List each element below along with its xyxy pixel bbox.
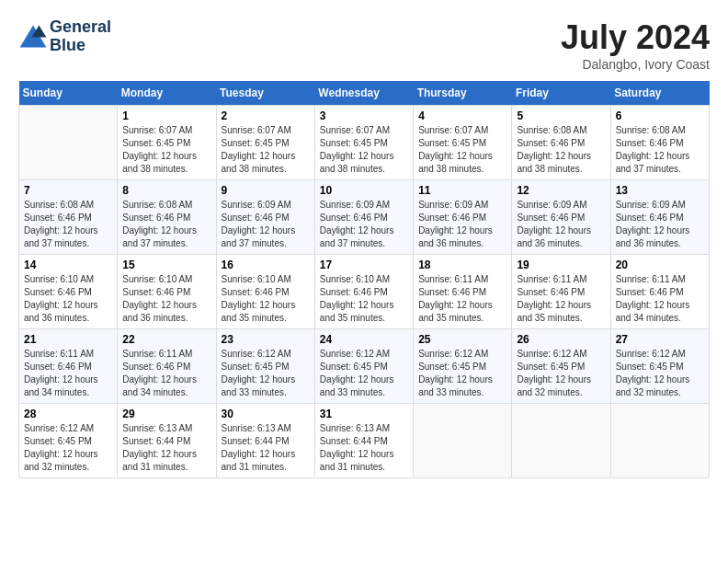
calendar-cell: 4Sunrise: 6:07 AM Sunset: 6:45 PM Daylig… bbox=[414, 106, 512, 180]
day-number: 21 bbox=[24, 333, 112, 346]
calendar-cell: 9Sunrise: 6:09 AM Sunset: 6:46 PM Daylig… bbox=[216, 180, 314, 255]
day-info: Sunrise: 6:12 AM Sunset: 6:45 PM Dayligh… bbox=[320, 348, 408, 399]
day-number: 6 bbox=[616, 109, 704, 122]
calendar-cell: 17Sunrise: 6:10 AM Sunset: 6:46 PM Dayli… bbox=[314, 255, 413, 329]
day-number: 7 bbox=[24, 184, 112, 197]
day-info: Sunrise: 6:08 AM Sunset: 6:46 PM Dayligh… bbox=[24, 199, 112, 250]
day-info: Sunrise: 6:12 AM Sunset: 6:45 PM Dayligh… bbox=[24, 422, 112, 474]
day-info: Sunrise: 6:07 AM Sunset: 6:45 PM Dayligh… bbox=[122, 124, 210, 176]
calendar-cell: 30Sunrise: 6:13 AM Sunset: 6:44 PM Dayli… bbox=[216, 404, 314, 478]
logo-text: General Blue bbox=[50, 18, 111, 55]
day-number: 4 bbox=[418, 109, 506, 122]
calendar-cell: 14Sunrise: 6:10 AM Sunset: 6:46 PM Dayli… bbox=[19, 255, 118, 329]
logo-icon bbox=[18, 24, 48, 50]
calendar-week-row: 1Sunrise: 6:07 AM Sunset: 6:45 PM Daylig… bbox=[19, 106, 710, 180]
weekday-header-sunday: Sunday bbox=[19, 81, 118, 106]
calendar-cell: 22Sunrise: 6:11 AM Sunset: 6:46 PM Dayli… bbox=[118, 329, 216, 404]
day-number: 12 bbox=[517, 184, 605, 197]
calendar-cell: 27Sunrise: 6:12 AM Sunset: 6:45 PM Dayli… bbox=[610, 329, 709, 404]
day-info: Sunrise: 6:13 AM Sunset: 6:44 PM Dayligh… bbox=[222, 422, 310, 474]
calendar-cell bbox=[512, 404, 610, 478]
calendar-cell: 11Sunrise: 6:09 AM Sunset: 6:46 PM Dayli… bbox=[414, 180, 512, 255]
day-number: 30 bbox=[222, 408, 310, 420]
title-block: July 2024 Dalangbo, Ivory Coast bbox=[561, 18, 710, 72]
day-number: 24 bbox=[320, 333, 408, 346]
day-number: 27 bbox=[616, 333, 704, 346]
day-number: 15 bbox=[122, 259, 210, 271]
day-info: Sunrise: 6:08 AM Sunset: 6:46 PM Dayligh… bbox=[517, 124, 605, 176]
calendar-cell bbox=[610, 404, 709, 478]
day-info: Sunrise: 6:10 AM Sunset: 6:46 PM Dayligh… bbox=[320, 273, 408, 325]
calendar-cell: 16Sunrise: 6:10 AM Sunset: 6:46 PM Dayli… bbox=[216, 255, 314, 329]
calendar-cell: 1Sunrise: 6:07 AM Sunset: 6:45 PM Daylig… bbox=[118, 106, 216, 180]
weekday-header-row: SundayMondayTuesdayWednesdayThursdayFrid… bbox=[19, 81, 710, 106]
day-number: 26 bbox=[517, 333, 605, 346]
day-number: 2 bbox=[222, 109, 310, 122]
calendar-cell: 21Sunrise: 6:11 AM Sunset: 6:46 PM Dayli… bbox=[19, 329, 118, 404]
day-info: Sunrise: 6:11 AM Sunset: 6:46 PM Dayligh… bbox=[517, 273, 605, 325]
weekday-header-monday: Monday bbox=[118, 81, 216, 106]
calendar-cell: 15Sunrise: 6:10 AM Sunset: 6:46 PM Dayli… bbox=[118, 255, 216, 329]
day-number: 28 bbox=[24, 408, 112, 420]
logo: General Blue bbox=[18, 18, 111, 55]
weekday-header-wednesday: Wednesday bbox=[314, 81, 413, 106]
day-info: Sunrise: 6:09 AM Sunset: 6:46 PM Dayligh… bbox=[616, 199, 704, 250]
day-number: 23 bbox=[222, 333, 310, 346]
weekday-header-friday: Friday bbox=[512, 81, 610, 106]
day-number: 20 bbox=[616, 259, 704, 271]
day-info: Sunrise: 6:11 AM Sunset: 6:46 PM Dayligh… bbox=[24, 348, 112, 399]
calendar-cell: 18Sunrise: 6:11 AM Sunset: 6:46 PM Dayli… bbox=[414, 255, 512, 329]
calendar-week-row: 21Sunrise: 6:11 AM Sunset: 6:46 PM Dayli… bbox=[19, 329, 710, 404]
location: Dalangbo, Ivory Coast bbox=[561, 57, 710, 72]
weekday-header-thursday: Thursday bbox=[414, 81, 512, 106]
day-info: Sunrise: 6:08 AM Sunset: 6:46 PM Dayligh… bbox=[616, 124, 704, 176]
calendar-cell: 24Sunrise: 6:12 AM Sunset: 6:45 PM Dayli… bbox=[314, 329, 413, 404]
day-info: Sunrise: 6:07 AM Sunset: 6:45 PM Dayligh… bbox=[418, 124, 506, 176]
day-number: 11 bbox=[418, 184, 506, 197]
day-number: 18 bbox=[418, 259, 506, 271]
day-info: Sunrise: 6:12 AM Sunset: 6:45 PM Dayligh… bbox=[616, 348, 704, 399]
day-info: Sunrise: 6:11 AM Sunset: 6:46 PM Dayligh… bbox=[616, 273, 704, 325]
day-info: Sunrise: 6:11 AM Sunset: 6:46 PM Dayligh… bbox=[418, 273, 506, 325]
day-info: Sunrise: 6:12 AM Sunset: 6:45 PM Dayligh… bbox=[517, 348, 605, 399]
day-info: Sunrise: 6:09 AM Sunset: 6:46 PM Dayligh… bbox=[418, 199, 506, 250]
day-number: 9 bbox=[222, 184, 310, 197]
calendar-cell: 7Sunrise: 6:08 AM Sunset: 6:46 PM Daylig… bbox=[19, 180, 118, 255]
day-info: Sunrise: 6:10 AM Sunset: 6:46 PM Dayligh… bbox=[222, 273, 310, 325]
day-number: 25 bbox=[418, 333, 506, 346]
day-info: Sunrise: 6:07 AM Sunset: 6:45 PM Dayligh… bbox=[222, 124, 310, 176]
day-info: Sunrise: 6:09 AM Sunset: 6:46 PM Dayligh… bbox=[222, 199, 310, 250]
calendar-cell: 26Sunrise: 6:12 AM Sunset: 6:45 PM Dayli… bbox=[512, 329, 610, 404]
day-number: 22 bbox=[122, 333, 210, 346]
day-info: Sunrise: 6:10 AM Sunset: 6:46 PM Dayligh… bbox=[24, 273, 112, 325]
day-number: 13 bbox=[616, 184, 704, 197]
weekday-header-tuesday: Tuesday bbox=[216, 81, 314, 106]
day-info: Sunrise: 6:09 AM Sunset: 6:46 PM Dayligh… bbox=[517, 199, 605, 250]
day-number: 5 bbox=[517, 109, 605, 122]
day-info: Sunrise: 6:11 AM Sunset: 6:46 PM Dayligh… bbox=[122, 348, 210, 399]
calendar-cell: 29Sunrise: 6:13 AM Sunset: 6:44 PM Dayli… bbox=[118, 404, 216, 478]
weekday-header-saturday: Saturday bbox=[610, 81, 709, 106]
month-year: July 2024 bbox=[561, 18, 710, 57]
calendar-table: SundayMondayTuesdayWednesdayThursdayFrid… bbox=[18, 81, 710, 478]
day-info: Sunrise: 6:12 AM Sunset: 6:45 PM Dayligh… bbox=[222, 348, 310, 399]
day-number: 14 bbox=[24, 259, 112, 271]
day-info: Sunrise: 6:07 AM Sunset: 6:45 PM Dayligh… bbox=[320, 124, 408, 176]
day-number: 19 bbox=[517, 259, 605, 271]
calendar-week-row: 28Sunrise: 6:12 AM Sunset: 6:45 PM Dayli… bbox=[19, 404, 710, 478]
calendar-week-row: 7Sunrise: 6:08 AM Sunset: 6:46 PM Daylig… bbox=[19, 180, 710, 255]
day-number: 31 bbox=[320, 408, 408, 420]
calendar-cell: 3Sunrise: 6:07 AM Sunset: 6:45 PM Daylig… bbox=[314, 106, 413, 180]
calendar-cell: 13Sunrise: 6:09 AM Sunset: 6:46 PM Dayli… bbox=[610, 180, 709, 255]
calendar-cell: 20Sunrise: 6:11 AM Sunset: 6:46 PM Dayli… bbox=[610, 255, 709, 329]
calendar-cell: 8Sunrise: 6:08 AM Sunset: 6:46 PM Daylig… bbox=[118, 180, 216, 255]
calendar-cell: 25Sunrise: 6:12 AM Sunset: 6:45 PM Dayli… bbox=[414, 329, 512, 404]
day-info: Sunrise: 6:08 AM Sunset: 6:46 PM Dayligh… bbox=[122, 199, 210, 250]
calendar-cell: 10Sunrise: 6:09 AM Sunset: 6:46 PM Dayli… bbox=[314, 180, 413, 255]
day-number: 17 bbox=[320, 259, 408, 271]
calendar-cell: 5Sunrise: 6:08 AM Sunset: 6:46 PM Daylig… bbox=[512, 106, 610, 180]
day-info: Sunrise: 6:12 AM Sunset: 6:45 PM Dayligh… bbox=[418, 348, 506, 399]
calendar-cell: 23Sunrise: 6:12 AM Sunset: 6:45 PM Dayli… bbox=[216, 329, 314, 404]
day-info: Sunrise: 6:13 AM Sunset: 6:44 PM Dayligh… bbox=[320, 422, 408, 474]
calendar-cell: 28Sunrise: 6:12 AM Sunset: 6:45 PM Dayli… bbox=[19, 404, 118, 478]
